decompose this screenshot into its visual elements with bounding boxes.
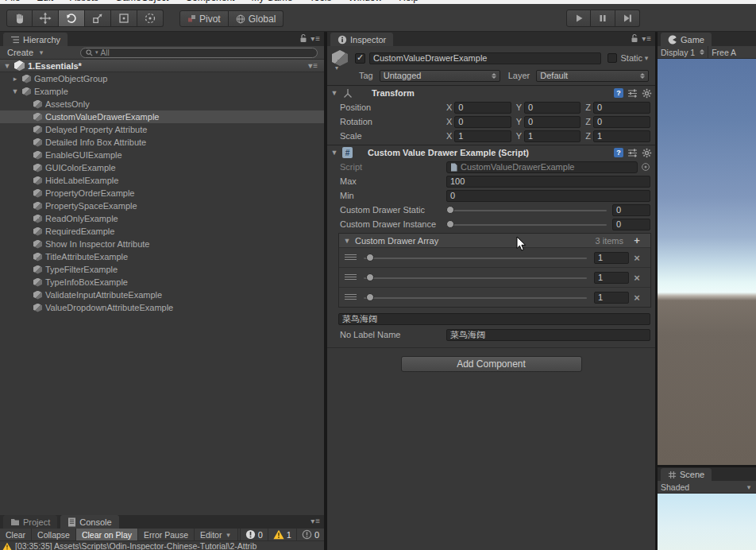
position-x-field[interactable]: 0 — [454, 102, 511, 114]
drag-handle-icon[interactable] — [345, 254, 357, 261]
help-icon[interactable]: ? — [614, 88, 623, 98]
error-count-toggle[interactable]: 0 — [240, 529, 268, 540]
hierarchy-item-valuedropdown[interactable]: ValueDropdownAttributeExample — [0, 301, 324, 314]
custom-drawer-static-value[interactable]: 0 — [612, 204, 650, 216]
drag-handle-icon[interactable] — [345, 274, 357, 281]
presets-icon[interactable] — [627, 148, 638, 158]
rotation-z-field[interactable]: 0 — [593, 116, 650, 128]
hierarchy-item-required[interactable]: RequiredExample — [0, 225, 324, 238]
gameobject-cube-icon[interactable]: ▾ — [332, 50, 348, 66]
no-label-name-field[interactable]: 菜鸟海阔 — [446, 329, 650, 341]
editor-dropdown-button[interactable]: Editor▾ — [195, 529, 238, 540]
menu-gameobject[interactable]: GameObject — [115, 0, 168, 3]
hierarchy-item-propertyspace[interactable]: PropertySpaceExample — [0, 199, 324, 212]
array-item-slider[interactable] — [364, 292, 587, 303]
pause-button[interactable] — [591, 10, 615, 27]
scene-viewport[interactable] — [658, 494, 756, 550]
pane-menu-icon[interactable]: ▾≡ — [310, 517, 321, 525]
transform-header[interactable]: ▼ Transform ? — [327, 85, 655, 100]
pivot-toggle-button[interactable]: Pivot — [179, 10, 229, 27]
rotate-tool-button[interactable] — [59, 10, 85, 27]
rotation-x-field[interactable]: 0 — [454, 116, 511, 128]
hierarchy-item-customvaluedrawerexample[interactable]: CustomValueDrawerExample — [0, 110, 324, 123]
tab-inspector[interactable]: Inspector — [330, 33, 393, 46]
warning-count-toggle[interactable]: 1 — [268, 529, 296, 540]
hierarchy-item-typeinfobox[interactable]: TypeInfoBoxExample — [0, 276, 324, 289]
step-button[interactable] — [615, 10, 640, 27]
static-checkbox[interactable] — [608, 53, 617, 63]
layer-dropdown[interactable]: Default — [536, 70, 649, 82]
tab-console[interactable]: Console — [60, 515, 118, 529]
menu-tools[interactable]: Tools — [309, 0, 331, 3]
array-item-value[interactable]: 1 — [594, 272, 629, 284]
hierarchy-item-guicolor[interactable]: GUIColorExample — [0, 161, 324, 174]
pane-menu-icon[interactable]: ▾≡ — [642, 34, 652, 43]
menu-edit[interactable]: Edit — [37, 0, 53, 3]
hierarchy-item-assetsonly[interactable]: AssetsOnly — [0, 98, 324, 110]
scale-x-field[interactable]: 1 — [454, 130, 511, 142]
hierarchy-item-detailedinfobox[interactable]: Detailed Info Box Attribute — [0, 136, 324, 149]
hierarchy-item-example[interactable]: ▼Example — [0, 85, 324, 98]
custom-drawer-instance-value[interactable]: 0 — [612, 219, 650, 230]
fold-open-icon[interactable]: ▼ — [330, 149, 338, 157]
pane-menu-icon[interactable]: ▾≡ — [310, 34, 321, 43]
custom-drawer-instance-slider[interactable] — [446, 219, 607, 230]
fold-open-icon[interactable]: ▼ — [11, 87, 19, 95]
hierarchy-item-showininspector[interactable]: Show In Inspector Attribute — [0, 238, 324, 250]
menu-assets[interactable]: Assets — [70, 0, 98, 3]
tab-project[interactable]: Project — [3, 515, 57, 529]
menu-file[interactable]: File — [5, 0, 20, 3]
hierarchy-item-titleattribute[interactable]: TitleAttributeExample — [0, 250, 324, 263]
position-y-field[interactable]: 0 — [524, 102, 580, 114]
array-item-value[interactable]: 1 — [594, 292, 629, 304]
custom-drawer-static-slider[interactable] — [446, 204, 607, 215]
tab-scene[interactable]: Scene — [661, 468, 712, 481]
remove-item-icon[interactable]: × — [629, 292, 645, 304]
console-log-entry[interactable]: [03:35:35] Assets\Scripts\Odin-Inspector… — [0, 541, 324, 550]
array-item-slider[interactable] — [364, 272, 587, 283]
fold-open-icon[interactable]: ▼ — [343, 237, 351, 245]
scene-menu-icon[interactable]: ▾≡ — [308, 61, 318, 70]
help-icon[interactable]: ? — [614, 148, 623, 157]
menu-window[interactable]: Window — [348, 0, 382, 3]
hierarchy-item-validateinput[interactable]: ValidateInputAttributeExample — [0, 289, 324, 301]
min-field[interactable]: 0 — [446, 190, 650, 202]
presets-icon[interactable] — [627, 88, 638, 99]
object-picker-icon[interactable] — [641, 162, 650, 172]
hierarchy-item-hidelabel[interactable]: HideLabelExample — [0, 174, 324, 187]
global-toggle-button[interactable]: Global — [229, 10, 284, 27]
rotation-y-field[interactable]: 0 — [524, 116, 580, 128]
array-item-value[interactable]: 1 — [594, 252, 629, 264]
play-button[interactable] — [566, 10, 591, 27]
custom-drawer-array-header[interactable]: ▼ Custom Drawer Array 3 items + — [339, 234, 650, 247]
info-count-toggle[interactable]: 0 — [296, 529, 324, 540]
game-viewport[interactable] — [658, 59, 756, 465]
static-dropdown-icon[interactable]: ▾ — [642, 54, 650, 62]
fold-open-icon[interactable]: ▼ — [3, 62, 11, 70]
aspect-dropdown[interactable]: Free A — [712, 48, 736, 57]
script-object-field[interactable]: CustomValueDrawerExample — [446, 161, 638, 173]
hierarchy-item-readonly[interactable]: ReadOnlyExample — [0, 212, 324, 225]
hierarchy-item-typefilter[interactable]: TypeFilterExample — [0, 263, 324, 276]
tab-game[interactable]: Game — [661, 33, 712, 46]
clear-on-play-button[interactable]: Clear on Play — [76, 529, 138, 540]
transform-tool-button[interactable] — [137, 10, 164, 27]
shading-mode-dropdown[interactable]: Shaded — [661, 482, 689, 492]
move-tool-button[interactable] — [33, 10, 59, 27]
drag-handle-icon[interactable] — [345, 294, 357, 301]
hierarchy-item-enablegui[interactable]: EnableGUIExample — [0, 149, 324, 161]
max-field[interactable]: 100 — [446, 176, 650, 188]
menu-mygame[interactable]: My Game — [251, 0, 292, 3]
create-button[interactable]: Create▾ — [2, 48, 50, 57]
display-dropdown[interactable]: Display 1 — [661, 48, 695, 57]
collapse-button[interactable]: Collapse — [32, 529, 76, 540]
scale-y-field[interactable]: 1 — [524, 130, 580, 142]
search-filter-arrow-icon[interactable]: ▾ — [95, 49, 98, 56]
remove-item-icon[interactable]: × — [629, 252, 645, 264]
active-checkbox[interactable] — [355, 53, 365, 64]
hierarchy-item-propertyorder[interactable]: PropertyOrderExample — [0, 187, 324, 199]
menu-help[interactable]: Help — [399, 0, 418, 3]
add-array-item-button[interactable]: + — [627, 234, 646, 246]
add-component-button[interactable]: Add Component — [401, 356, 582, 372]
tab-hierarchy[interactable]: Hierarchy — [3, 33, 68, 46]
